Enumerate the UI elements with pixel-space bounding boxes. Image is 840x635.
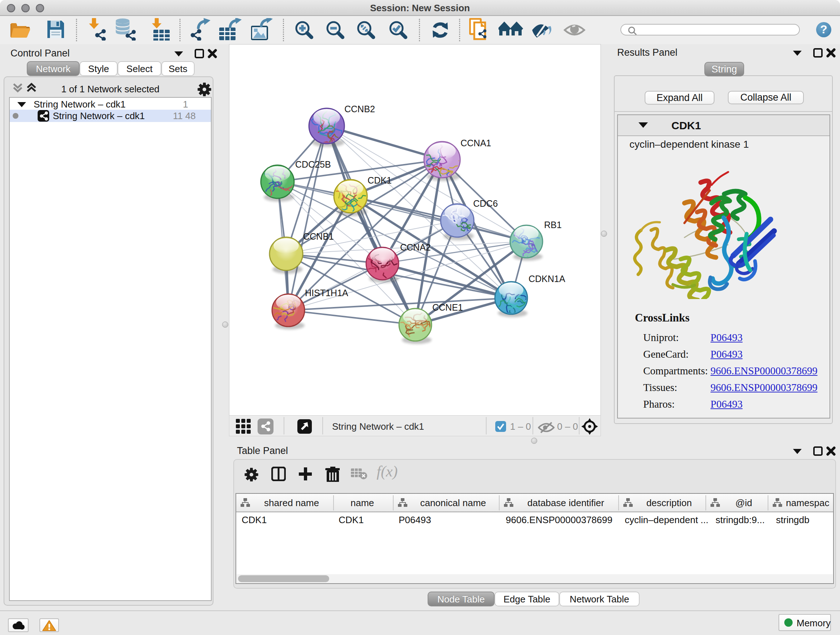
svg-text:CDC6: CDC6 (473, 198, 498, 209)
svg-text:CCNA2: CCNA2 (400, 242, 431, 252)
svg-text:HIST1H1A: HIST1H1A (305, 288, 348, 298)
svg-text:CDKN1A: CDKN1A (529, 274, 565, 284)
svg-text:CCNB1: CCNB1 (303, 231, 334, 241)
svg-text:CCNA1: CCNA1 (461, 138, 491, 148)
svg-text:CDC25B: CDC25B (295, 159, 331, 169)
svg-text:CDK1: CDK1 (368, 175, 392, 185)
svg-text:CCNB2: CCNB2 (344, 104, 375, 114)
svg-text:CCNE1: CCNE1 (432, 302, 463, 312)
svg-text:RB1: RB1 (544, 220, 562, 230)
